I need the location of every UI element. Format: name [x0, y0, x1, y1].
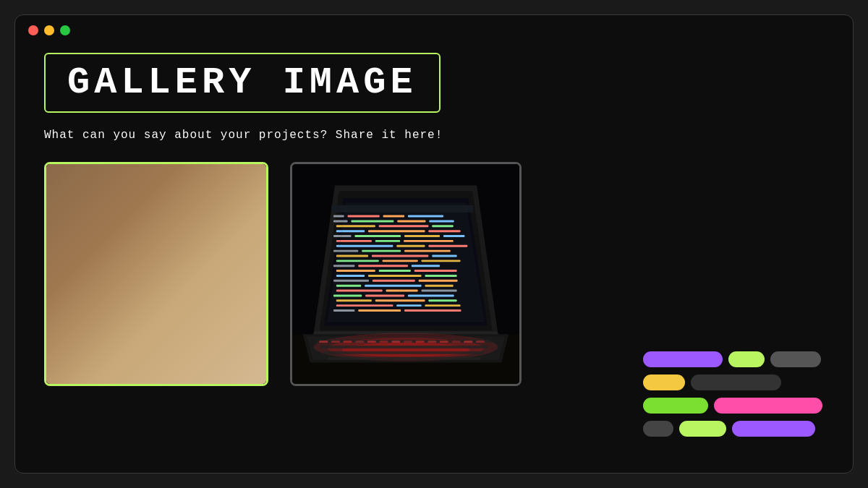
svg-rect-22	[160, 279, 230, 362]
svg-line-26	[167, 317, 217, 320]
svg-rect-54	[383, 215, 404, 218]
svg-rect-90	[414, 270, 457, 272]
svg-rect-137	[452, 341, 461, 343]
bar-row-1	[643, 351, 824, 367]
svg-rect-51	[331, 205, 473, 213]
close-dot[interactable]	[28, 25, 38, 35]
bar-purple-2	[732, 421, 815, 437]
svg-rect-138	[464, 341, 472, 343]
svg-rect-80	[372, 255, 428, 257]
svg-rect-78	[404, 250, 451, 252]
svg-rect-98	[365, 285, 421, 287]
svg-rect-99	[425, 285, 453, 287]
app-window: GALLERY IMAGE What can you say about you…	[14, 14, 854, 474]
svg-rect-111	[425, 304, 460, 307]
svg-rect-113	[358, 309, 401, 312]
image-1-svg	[46, 164, 266, 384]
svg-rect-39	[85, 294, 103, 317]
svg-point-7	[140, 186, 145, 190]
svg-rect-95	[373, 280, 415, 282]
svg-rect-59	[429, 220, 454, 222]
svg-rect-96	[419, 280, 458, 282]
bar-pink-1	[714, 398, 822, 414]
svg-rect-20	[138, 244, 192, 246]
svg-rect-16	[136, 226, 196, 228]
svg-rect-66	[333, 235, 352, 237]
svg-point-6	[134, 186, 138, 190]
svg-rect-2	[124, 179, 252, 270]
svg-rect-93	[425, 275, 456, 277]
svg-line-28	[167, 331, 217, 334]
bar-darkgray-1	[691, 374, 781, 390]
svg-rect-100	[336, 290, 383, 292]
svg-point-37	[67, 330, 166, 384]
svg-rect-63	[336, 230, 365, 232]
decorative-bars	[643, 351, 824, 437]
svg-point-36	[117, 235, 138, 270]
image-2-svg	[292, 164, 519, 384]
svg-rect-108	[428, 299, 456, 301]
svg-rect-81	[432, 255, 456, 257]
svg-line-24	[167, 303, 217, 306]
svg-line-27	[167, 325, 217, 328]
svg-rect-53	[348, 215, 380, 218]
svg-rect-1	[46, 164, 266, 384]
svg-rect-64	[368, 230, 425, 232]
svg-rect-97	[336, 285, 361, 287]
bar-gray-1	[770, 351, 821, 367]
svg-rect-91	[336, 275, 365, 277]
svg-rect-14	[138, 218, 188, 221]
svg-rect-114	[404, 309, 461, 312]
svg-rect-83	[383, 260, 418, 262]
svg-rect-19	[136, 239, 203, 241]
svg-rect-13	[136, 214, 207, 216]
svg-rect-65	[428, 230, 460, 232]
svg-rect-0	[46, 164, 266, 384]
svg-rect-88	[336, 270, 375, 272]
maximize-dot[interactable]	[60, 25, 70, 35]
svg-rect-75	[428, 245, 467, 247]
svg-rect-73	[336, 245, 393, 247]
svg-rect-72	[404, 240, 454, 242]
svg-rect-40	[88, 296, 101, 314]
svg-point-31	[78, 246, 156, 338]
svg-rect-104	[365, 294, 404, 296]
svg-rect-126	[319, 341, 328, 343]
svg-rect-127	[331, 341, 340, 343]
svg-rect-134	[416, 341, 425, 343]
bar-row-2	[643, 374, 824, 390]
svg-rect-55	[408, 215, 443, 218]
svg-rect-12	[136, 210, 200, 212]
svg-rect-58	[397, 220, 425, 222]
bar-yellow-1	[643, 374, 685, 390]
bar-row-3	[643, 398, 824, 414]
svg-rect-21	[128, 254, 249, 270]
svg-point-8	[148, 186, 152, 190]
subtitle-text: What can you say about your projects? Sh…	[44, 129, 824, 142]
svg-rect-70	[336, 240, 372, 242]
svg-rect-130	[367, 341, 376, 343]
svg-rect-3	[128, 181, 249, 252]
svg-rect-107	[375, 299, 425, 301]
svg-rect-62	[432, 225, 453, 227]
svg-rect-30	[134, 326, 158, 364]
svg-rect-18	[133, 235, 225, 237]
minimize-dot[interactable]	[44, 25, 54, 35]
svg-point-32	[80, 233, 154, 301]
bar-green-1	[728, 351, 765, 367]
image-1-placeholder	[46, 164, 266, 384]
svg-rect-17	[133, 231, 176, 233]
svg-rect-92	[368, 275, 422, 277]
svg-rect-52	[333, 215, 344, 218]
svg-rect-77	[362, 250, 401, 252]
svg-rect-123	[320, 346, 487, 348]
svg-rect-5	[130, 184, 247, 192]
svg-rect-4	[130, 184, 247, 249]
svg-rect-79	[336, 255, 368, 257]
svg-rect-82	[336, 260, 379, 262]
svg-rect-87	[412, 265, 440, 267]
svg-rect-103	[333, 294, 362, 296]
svg-point-35	[96, 235, 117, 270]
svg-rect-74	[396, 245, 425, 247]
bar-green-3	[679, 421, 726, 437]
